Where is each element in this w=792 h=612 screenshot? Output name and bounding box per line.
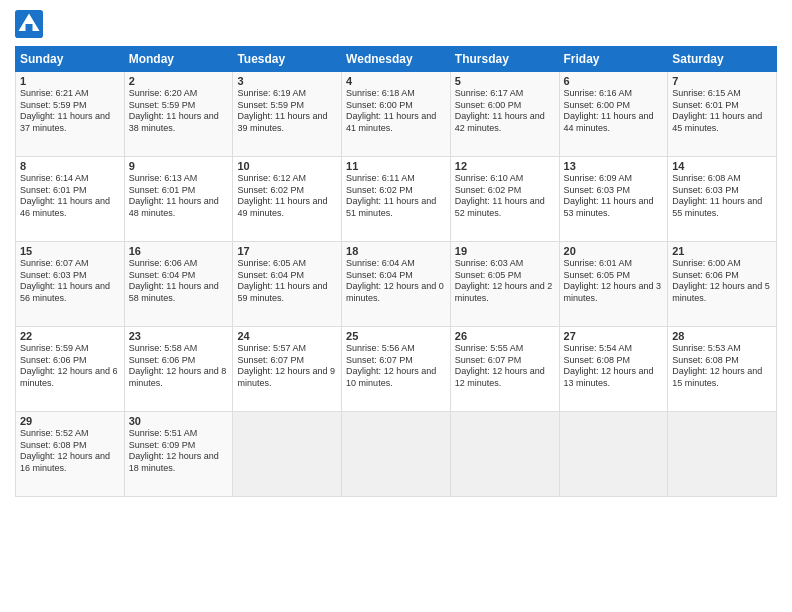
day-info: Sunrise: 6:21 AM Sunset: 5:59 PM Dayligh… xyxy=(20,88,120,135)
day-cell: 27Sunrise: 5:54 AM Sunset: 6:08 PM Dayli… xyxy=(559,327,668,412)
day-info: Sunrise: 6:07 AM Sunset: 6:03 PM Dayligh… xyxy=(20,258,120,305)
day-info: Sunrise: 6:18 AM Sunset: 6:00 PM Dayligh… xyxy=(346,88,446,135)
day-info: Sunrise: 5:58 AM Sunset: 6:06 PM Dayligh… xyxy=(129,343,229,390)
day-cell: 15Sunrise: 6:07 AM Sunset: 6:03 PM Dayli… xyxy=(16,242,125,327)
day-info: Sunrise: 5:56 AM Sunset: 6:07 PM Dayligh… xyxy=(346,343,446,390)
day-info: Sunrise: 6:14 AM Sunset: 6:01 PM Dayligh… xyxy=(20,173,120,220)
day-cell: 10Sunrise: 6:12 AM Sunset: 6:02 PM Dayli… xyxy=(233,157,342,242)
day-number: 23 xyxy=(129,330,229,342)
day-number: 9 xyxy=(129,160,229,172)
calendar-table: SundayMondayTuesdayWednesdayThursdayFrid… xyxy=(15,46,777,497)
day-info: Sunrise: 6:19 AM Sunset: 5:59 PM Dayligh… xyxy=(237,88,337,135)
week-row: 8Sunrise: 6:14 AM Sunset: 6:01 PM Daylig… xyxy=(16,157,777,242)
day-cell: 6Sunrise: 6:16 AM Sunset: 6:00 PM Daylig… xyxy=(559,72,668,157)
day-number: 12 xyxy=(455,160,555,172)
day-number: 26 xyxy=(455,330,555,342)
day-number: 29 xyxy=(20,415,120,427)
day-number: 3 xyxy=(237,75,337,87)
day-cell: 12Sunrise: 6:10 AM Sunset: 6:02 PM Dayli… xyxy=(450,157,559,242)
day-info: Sunrise: 5:54 AM Sunset: 6:08 PM Dayligh… xyxy=(564,343,664,390)
day-info: Sunrise: 6:13 AM Sunset: 6:01 PM Dayligh… xyxy=(129,173,229,220)
day-cell: 26Sunrise: 5:55 AM Sunset: 6:07 PM Dayli… xyxy=(450,327,559,412)
day-number: 5 xyxy=(455,75,555,87)
column-header-thursday: Thursday xyxy=(450,47,559,72)
day-info: Sunrise: 6:04 AM Sunset: 6:04 PM Dayligh… xyxy=(346,258,446,305)
day-info: Sunrise: 6:17 AM Sunset: 6:00 PM Dayligh… xyxy=(455,88,555,135)
day-number: 4 xyxy=(346,75,446,87)
day-info: Sunrise: 6:09 AM Sunset: 6:03 PM Dayligh… xyxy=(564,173,664,220)
day-number: 15 xyxy=(20,245,120,257)
day-number: 1 xyxy=(20,75,120,87)
column-header-wednesday: Wednesday xyxy=(342,47,451,72)
day-cell: 23Sunrise: 5:58 AM Sunset: 6:06 PM Dayli… xyxy=(124,327,233,412)
week-row: 29Sunrise: 5:52 AM Sunset: 6:08 PM Dayli… xyxy=(16,412,777,497)
logo xyxy=(15,10,47,38)
svg-rect-2 xyxy=(26,24,33,35)
week-row: 22Sunrise: 5:59 AM Sunset: 6:06 PM Dayli… xyxy=(16,327,777,412)
day-cell: 5Sunrise: 6:17 AM Sunset: 6:00 PM Daylig… xyxy=(450,72,559,157)
day-cell xyxy=(233,412,342,497)
day-cell: 20Sunrise: 6:01 AM Sunset: 6:05 PM Dayli… xyxy=(559,242,668,327)
day-info: Sunrise: 6:08 AM Sunset: 6:03 PM Dayligh… xyxy=(672,173,772,220)
week-row: 1Sunrise: 6:21 AM Sunset: 5:59 PM Daylig… xyxy=(16,72,777,157)
day-cell xyxy=(668,412,777,497)
calendar-body: 1Sunrise: 6:21 AM Sunset: 5:59 PM Daylig… xyxy=(16,72,777,497)
column-header-sunday: Sunday xyxy=(16,47,125,72)
day-info: Sunrise: 5:52 AM Sunset: 6:08 PM Dayligh… xyxy=(20,428,120,475)
day-number: 7 xyxy=(672,75,772,87)
day-number: 21 xyxy=(672,245,772,257)
day-info: Sunrise: 5:55 AM Sunset: 6:07 PM Dayligh… xyxy=(455,343,555,390)
day-cell: 14Sunrise: 6:08 AM Sunset: 6:03 PM Dayli… xyxy=(668,157,777,242)
header-row: SundayMondayTuesdayWednesdayThursdayFrid… xyxy=(16,47,777,72)
day-cell: 19Sunrise: 6:03 AM Sunset: 6:05 PM Dayli… xyxy=(450,242,559,327)
day-info: Sunrise: 5:59 AM Sunset: 6:06 PM Dayligh… xyxy=(20,343,120,390)
day-cell xyxy=(559,412,668,497)
day-number: 22 xyxy=(20,330,120,342)
day-cell: 16Sunrise: 6:06 AM Sunset: 6:04 PM Dayli… xyxy=(124,242,233,327)
column-header-friday: Friday xyxy=(559,47,668,72)
day-number: 10 xyxy=(237,160,337,172)
day-info: Sunrise: 5:53 AM Sunset: 6:08 PM Dayligh… xyxy=(672,343,772,390)
column-header-saturday: Saturday xyxy=(668,47,777,72)
day-number: 18 xyxy=(346,245,446,257)
day-number: 6 xyxy=(564,75,664,87)
day-info: Sunrise: 6:16 AM Sunset: 6:00 PM Dayligh… xyxy=(564,88,664,135)
day-cell: 9Sunrise: 6:13 AM Sunset: 6:01 PM Daylig… xyxy=(124,157,233,242)
day-cell: 22Sunrise: 5:59 AM Sunset: 6:06 PM Dayli… xyxy=(16,327,125,412)
day-number: 11 xyxy=(346,160,446,172)
day-cell: 8Sunrise: 6:14 AM Sunset: 6:01 PM Daylig… xyxy=(16,157,125,242)
calendar-header: SundayMondayTuesdayWednesdayThursdayFrid… xyxy=(16,47,777,72)
day-info: Sunrise: 6:05 AM Sunset: 6:04 PM Dayligh… xyxy=(237,258,337,305)
day-info: Sunrise: 6:06 AM Sunset: 6:04 PM Dayligh… xyxy=(129,258,229,305)
day-number: 16 xyxy=(129,245,229,257)
day-info: Sunrise: 6:11 AM Sunset: 6:02 PM Dayligh… xyxy=(346,173,446,220)
day-cell: 3Sunrise: 6:19 AM Sunset: 5:59 PM Daylig… xyxy=(233,72,342,157)
day-number: 17 xyxy=(237,245,337,257)
day-number: 19 xyxy=(455,245,555,257)
day-info: Sunrise: 6:00 AM Sunset: 6:06 PM Dayligh… xyxy=(672,258,772,305)
day-number: 8 xyxy=(20,160,120,172)
day-number: 25 xyxy=(346,330,446,342)
day-number: 24 xyxy=(237,330,337,342)
day-cell: 25Sunrise: 5:56 AM Sunset: 6:07 PM Dayli… xyxy=(342,327,451,412)
day-number: 28 xyxy=(672,330,772,342)
week-row: 15Sunrise: 6:07 AM Sunset: 6:03 PM Dayli… xyxy=(16,242,777,327)
day-cell xyxy=(342,412,451,497)
day-cell xyxy=(450,412,559,497)
day-info: Sunrise: 6:10 AM Sunset: 6:02 PM Dayligh… xyxy=(455,173,555,220)
day-cell: 28Sunrise: 5:53 AM Sunset: 6:08 PM Dayli… xyxy=(668,327,777,412)
column-header-tuesday: Tuesday xyxy=(233,47,342,72)
day-cell: 29Sunrise: 5:52 AM Sunset: 6:08 PM Dayli… xyxy=(16,412,125,497)
day-cell: 13Sunrise: 6:09 AM Sunset: 6:03 PM Dayli… xyxy=(559,157,668,242)
day-cell: 17Sunrise: 6:05 AM Sunset: 6:04 PM Dayli… xyxy=(233,242,342,327)
column-header-monday: Monday xyxy=(124,47,233,72)
day-info: Sunrise: 6:15 AM Sunset: 6:01 PM Dayligh… xyxy=(672,88,772,135)
day-info: Sunrise: 6:12 AM Sunset: 6:02 PM Dayligh… xyxy=(237,173,337,220)
day-info: Sunrise: 6:20 AM Sunset: 5:59 PM Dayligh… xyxy=(129,88,229,135)
day-cell: 7Sunrise: 6:15 AM Sunset: 6:01 PM Daylig… xyxy=(668,72,777,157)
day-cell: 4Sunrise: 6:18 AM Sunset: 6:00 PM Daylig… xyxy=(342,72,451,157)
day-number: 13 xyxy=(564,160,664,172)
day-number: 27 xyxy=(564,330,664,342)
day-cell: 2Sunrise: 6:20 AM Sunset: 5:59 PM Daylig… xyxy=(124,72,233,157)
day-number: 20 xyxy=(564,245,664,257)
